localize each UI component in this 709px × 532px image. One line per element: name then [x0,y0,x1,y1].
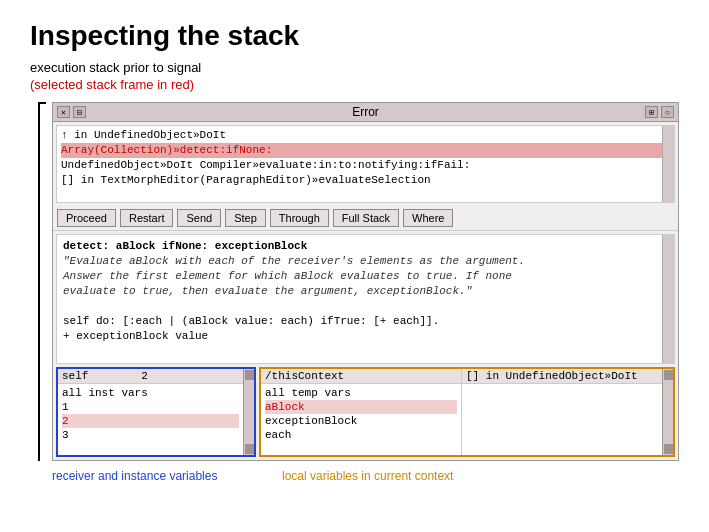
method-line-3 [63,299,668,314]
scroll-up-icon[interactable] [245,370,254,380]
method-area: detect: aBlock ifNone: exceptionBlock "E… [56,234,675,364]
stack-line-4[interactable]: [] in TextMorphEditor(ParagraphEditor)»e… [61,174,431,186]
stack-scrollbar[interactable] [662,126,674,202]
method-line-0: "Evaluate aBlock with each of the receiv… [63,254,668,269]
annotation-receiver: receiver and instance variables [52,469,262,483]
stack-line-0[interactable]: ↑ in UndefinedObject»DoIt [61,129,226,141]
inst-var-3[interactable]: 3 [62,428,239,442]
stack-line-1[interactable]: Array(Collection)»detect:ifNone: [61,143,670,158]
stack-line-3[interactable]: Compiler»evaluate:in:to:notifying:ifFail… [200,159,471,171]
sub-panel-context: /thisContext all temp vars aBlock except… [261,369,461,455]
sub-panel-undefined: [] in UndefinedObject»DoIt [462,369,662,455]
all-temp-vars-label: all temp vars [265,386,457,400]
panel-locals: /thisContext all temp vars aBlock except… [259,367,675,457]
right-scroll-down-icon[interactable] [664,444,673,454]
panel-receiver: self 2 all inst vars 1 2 3 [56,367,256,457]
panel-right-scrollbar[interactable] [662,369,673,455]
method-line-1: Answer the first element for which aBloc… [63,269,668,284]
method-line-2: evaluate to true, then evaluate the argu… [63,284,668,299]
panel-context-body: all temp vars aBlock exceptionBlock each [261,384,461,444]
through-button[interactable]: Through [270,209,329,227]
window-controls-right: ⊞ ○ [645,106,674,118]
step-button[interactable]: Step [225,209,266,227]
panel-undefined-body [462,384,662,388]
expand-button[interactable]: ⊞ [645,106,658,118]
scroll-down-icon[interactable] [245,444,254,454]
method-header: detect: aBlock ifNone: exceptionBlock [63,239,668,254]
panel-undefined-header: [] in UndefinedObject»DoIt [462,369,662,384]
self-count: 2 [141,370,148,382]
panel-left-scrollbar[interactable] [243,369,254,455]
page-title: Inspecting the stack [30,20,679,52]
right-scroll-up-icon[interactable] [664,370,673,380]
annotations: receiver and instance variables local va… [30,469,679,483]
close-button[interactable]: ✕ [57,106,70,118]
stack-area: ↑ in UndefinedObject»DoIt Array(Collecti… [56,125,675,203]
proceed-button[interactable]: Proceed [57,209,116,227]
method-line-5: + exceptionBlock value [63,329,668,344]
panel-self-header: self 2 [58,369,243,384]
button-row: Proceed Restart Send Step Through Full S… [53,206,678,231]
where-button[interactable]: Where [403,209,453,227]
subtitle-line1: execution stack prior to signal [30,60,679,75]
debugger-window: ✕ ⊟ Error ⊞ ○ ↑ in UndefinedObject»DoIt … [52,102,679,461]
stack-line-2[interactable]: UndefinedObject»DoIt [61,159,193,171]
full-stack-button[interactable]: Full Stack [333,209,399,227]
panel-context-header: /thisContext [261,369,461,384]
subtitle-line2: (selected stack frame in red) [30,77,679,92]
sub-panel-self: self 2 all inst vars 1 2 3 [58,369,243,455]
temp-var-aBlock[interactable]: aBlock [265,400,457,414]
window-titlebar: ✕ ⊟ Error ⊞ ○ [53,103,678,122]
inst-var-1[interactable]: 1 [62,400,239,414]
all-inst-vars-label: all inst vars [62,386,239,400]
restart-button[interactable]: Restart [120,209,173,227]
self-label: self [62,370,88,382]
brace-indicator [30,102,48,461]
method-scrollbar[interactable] [662,235,674,363]
annotation-locals: local variables in current context [262,469,679,483]
temp-var-each[interactable]: each [265,428,457,442]
window-title: Error [86,105,645,119]
temp-var-exceptionBlock[interactable]: exceptionBlock [265,414,457,428]
method-line-4: self do: [:each | (aBlock value: each) i… [63,314,668,329]
window-controls: ✕ ⊟ [57,106,86,118]
inst-var-2[interactable]: 2 [62,414,239,428]
stack-list: ↑ in UndefinedObject»DoIt Array(Collecti… [57,126,674,190]
send-button[interactable]: Send [177,209,221,227]
panel-self-body: all inst vars 1 2 3 [58,384,243,444]
collapse-button[interactable]: ⊟ [73,106,86,118]
bottom-panels: self 2 all inst vars 1 2 3 [56,367,675,457]
zoom-button[interactable]: ○ [661,106,674,118]
